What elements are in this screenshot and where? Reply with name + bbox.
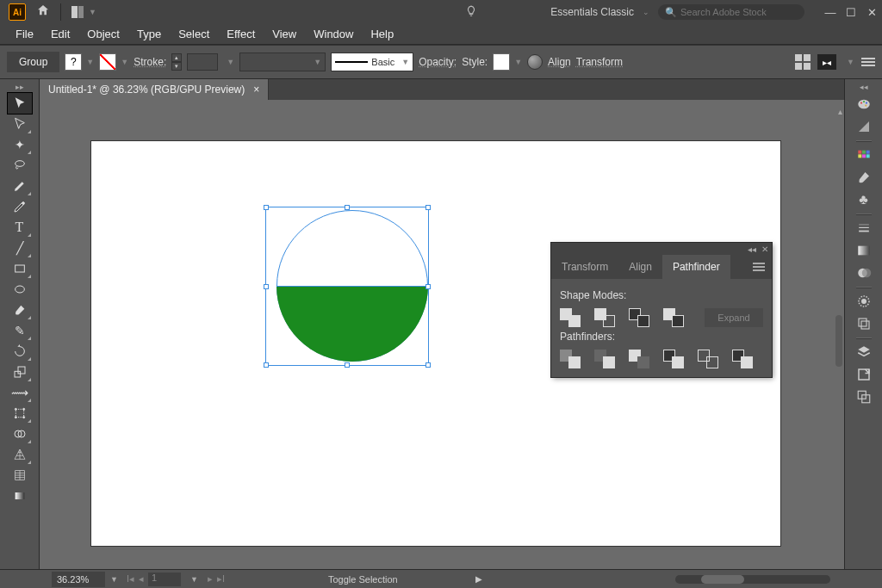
graphic-styles-panel-icon[interactable] [852,313,876,335]
selection-tool[interactable] [8,93,32,114]
gradient-tool[interactable] [8,486,32,506]
selection-bounding-box[interactable] [265,207,429,366]
asset-export-panel-icon[interactable] [852,363,876,386]
transform-link[interactable]: Transform [576,56,623,68]
exclude-button[interactable] [663,308,684,327]
fill-swatch[interactable]: ? [65,53,82,71]
handle-bc[interactable] [345,362,350,368]
close-button[interactable]: ✕ [865,6,879,18]
panel-titlebar[interactable]: ◂◂ ✕ [551,243,772,255]
zoom-level-field[interactable]: 36.23% [52,572,105,587]
brush-definition[interactable]: Basic ▼ [331,53,413,71]
handle-tl[interactable] [264,205,269,210]
chevron-down-icon[interactable]: ▼ [847,58,854,66]
handle-ml[interactable] [264,284,269,289]
brushes-panel-icon[interactable] [852,166,876,189]
swatches-panel-icon[interactable] [852,144,876,166]
home-icon[interactable] [36,3,50,21]
color-guide-panel-icon[interactable] [852,115,876,138]
stroke-swatch[interactable] [99,53,116,71]
crop-button[interactable] [663,350,684,368]
mesh-tool[interactable] [8,465,32,486]
menu-file[interactable]: File [9,26,40,42]
chevron-down-icon[interactable]: ▼ [227,58,234,66]
intersect-button[interactable] [629,308,649,327]
close-panel-icon[interactable]: ✕ [761,244,768,254]
menu-edit[interactable]: Edit [44,26,77,42]
maximize-button[interactable]: ☐ [844,6,858,18]
stroke-weight-field[interactable] [187,53,218,71]
first-artboard-icon[interactable]: I◂ [127,573,134,585]
rectangle-tool[interactable] [8,258,32,279]
handle-br[interactable] [425,362,431,368]
curvature-tool[interactable] [8,196,32,217]
chevron-down-icon[interactable]: ▼ [86,58,94,66]
type-tool[interactable]: T [8,217,32,238]
handle-bl[interactable] [264,362,269,368]
trim-button[interactable] [594,350,615,368]
stroke-weight-spinner[interactable]: ▴▾ [171,53,182,71]
paintbrush-tool[interactable] [8,300,32,320]
close-tab-icon[interactable]: × [253,84,259,96]
pen-tool[interactable] [8,176,32,196]
menu-view[interactable]: View [265,26,303,42]
magic-wand-tool[interactable]: ✦ [8,134,32,155]
color-panel-icon[interactable] [852,93,876,115]
zoom-dropdown-icon[interactable]: ▼ [105,575,123,584]
variable-width-profile[interactable]: ▼ [239,53,326,71]
collapse-toolbox-icon[interactable]: ▸▸ [16,83,24,93]
symbols-panel-icon[interactable]: ♣ [852,189,876,211]
expand-button[interactable]: Expand [705,308,763,327]
handle-tr[interactable] [425,205,431,210]
opacity-label[interactable]: Opacity: [419,56,457,68]
horizontal-scrollbar[interactable] [675,575,830,584]
prev-artboard-icon[interactable]: ◂ [139,573,144,585]
minus-back-button[interactable] [732,350,753,368]
chevron-down-icon[interactable]: ▼ [185,575,203,584]
status-more-icon[interactable]: ▶ [475,574,482,584]
next-artboard-icon[interactable]: ▸ [208,573,213,585]
menu-effect[interactable]: Effect [220,26,262,42]
artboard-number-field[interactable]: 1 [148,573,181,586]
stroke-panel-icon[interactable] [852,217,876,239]
stroke-label[interactable]: Stroke: [134,56,166,68]
handle-tc[interactable] [345,205,350,210]
merge-button[interactable] [629,350,649,368]
tab-align[interactable]: Align [618,255,662,279]
expand-panels-icon[interactable]: ▴ [838,107,842,116]
isolate-group-icon[interactable] [795,54,811,70]
perspective-tool[interactable] [8,444,32,465]
pencil-tool[interactable]: ✎ [8,320,32,341]
shape-builder-tool[interactable] [8,424,32,444]
graphic-style-swatch[interactable] [493,53,510,71]
vertical-scrollbar[interactable] [835,315,842,367]
chevron-down-icon[interactable]: ▼ [121,58,128,66]
menu-object[interactable]: Object [80,26,127,42]
arrange-documents-button[interactable]: ▼ [71,6,96,18]
line-tool[interactable]: ╱ [8,238,32,258]
layers-panel-icon[interactable] [852,341,876,363]
recolor-artwork-icon[interactable] [527,54,543,70]
discover-icon[interactable] [465,4,477,21]
scale-tool[interactable] [8,362,32,382]
workspace-switcher[interactable]: Essentials Classic ⌄ [550,6,649,18]
panel-menu-icon[interactable] [753,263,765,271]
menu-select[interactable]: Select [171,26,216,42]
ellipse-tool[interactable] [8,279,32,300]
search-input[interactable] [680,7,798,17]
divide-button[interactable] [560,350,581,368]
minimize-button[interactable]: — [823,6,837,18]
tab-pathfinder[interactable]: Pathfinder [662,255,730,279]
appearance-panel-icon[interactable] [852,290,876,313]
tab-transform[interactable]: Transform [551,255,618,279]
rotate-tool[interactable] [8,341,32,362]
collapse-panel-icon[interactable]: ◂◂ [748,244,756,254]
direct-selection-tool[interactable] [8,114,32,134]
last-artboard-icon[interactable]: ▸I [217,573,225,585]
width-tool[interactable]: ⟿ [8,382,32,403]
outline-button[interactable] [698,350,718,368]
expand-dock-icon[interactable]: ◂◂ [860,83,868,91]
menu-window[interactable]: Window [307,26,360,42]
minus-front-button[interactable] [594,308,615,327]
free-transform-tool[interactable] [8,403,32,424]
